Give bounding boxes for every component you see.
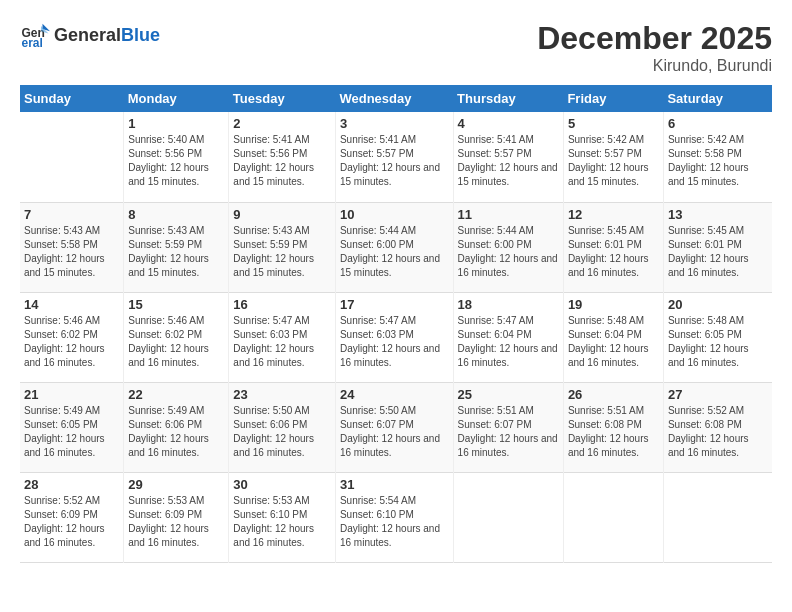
day-sun-info: Sunrise: 5:45 AMSunset: 6:01 PMDaylight:… [568,224,659,280]
svg-text:eral: eral [22,36,43,50]
week-row-5: 28Sunrise: 5:52 AMSunset: 6:09 PMDayligh… [20,472,772,562]
day-sun-info: Sunrise: 5:48 AMSunset: 6:05 PMDaylight:… [668,314,768,370]
weekday-header-row: SundayMondayTuesdayWednesdayThursdayFrid… [20,85,772,112]
day-sun-info: Sunrise: 5:48 AMSunset: 6:04 PMDaylight:… [568,314,659,370]
day-sun-info: Sunrise: 5:47 AMSunset: 6:03 PMDaylight:… [340,314,449,370]
calendar-cell: 13Sunrise: 5:45 AMSunset: 6:01 PMDayligh… [663,202,772,292]
calendar-cell: 18Sunrise: 5:47 AMSunset: 6:04 PMDayligh… [453,292,563,382]
day-number: 31 [340,477,449,492]
day-sun-info: Sunrise: 5:49 AMSunset: 6:05 PMDaylight:… [24,404,119,460]
calendar-cell: 20Sunrise: 5:48 AMSunset: 6:05 PMDayligh… [663,292,772,382]
day-number: 5 [568,116,659,131]
weekday-header-tuesday: Tuesday [229,85,336,112]
weekday-header-thursday: Thursday [453,85,563,112]
day-number: 11 [458,207,559,222]
calendar-cell: 3Sunrise: 5:41 AMSunset: 5:57 PMDaylight… [335,112,453,202]
day-sun-info: Sunrise: 5:45 AMSunset: 6:01 PMDaylight:… [668,224,768,280]
calendar-cell [663,472,772,562]
day-number: 13 [668,207,768,222]
logo: Gen eral General Blue [20,20,160,50]
day-sun-info: Sunrise: 5:43 AMSunset: 5:59 PMDaylight:… [128,224,224,280]
calendar-cell: 23Sunrise: 5:50 AMSunset: 6:06 PMDayligh… [229,382,336,472]
calendar-cell: 31Sunrise: 5:54 AMSunset: 6:10 PMDayligh… [335,472,453,562]
day-number: 18 [458,297,559,312]
day-number: 17 [340,297,449,312]
day-number: 28 [24,477,119,492]
day-sun-info: Sunrise: 5:44 AMSunset: 6:00 PMDaylight:… [458,224,559,280]
day-sun-info: Sunrise: 5:52 AMSunset: 6:08 PMDaylight:… [668,404,768,460]
day-number: 9 [233,207,331,222]
calendar-cell: 22Sunrise: 5:49 AMSunset: 6:06 PMDayligh… [124,382,229,472]
calendar-cell: 9Sunrise: 5:43 AMSunset: 5:59 PMDaylight… [229,202,336,292]
day-number: 8 [128,207,224,222]
calendar-cell: 17Sunrise: 5:47 AMSunset: 6:03 PMDayligh… [335,292,453,382]
day-number: 20 [668,297,768,312]
week-row-4: 21Sunrise: 5:49 AMSunset: 6:05 PMDayligh… [20,382,772,472]
calendar-cell: 6Sunrise: 5:42 AMSunset: 5:58 PMDaylight… [663,112,772,202]
weekday-header-wednesday: Wednesday [335,85,453,112]
day-sun-info: Sunrise: 5:46 AMSunset: 6:02 PMDaylight:… [24,314,119,370]
calendar-table: SundayMondayTuesdayWednesdayThursdayFrid… [20,85,772,563]
calendar-cell: 2Sunrise: 5:41 AMSunset: 5:56 PMDaylight… [229,112,336,202]
day-number: 16 [233,297,331,312]
day-number: 22 [128,387,224,402]
day-number: 3 [340,116,449,131]
day-sun-info: Sunrise: 5:44 AMSunset: 6:00 PMDaylight:… [340,224,449,280]
day-number: 30 [233,477,331,492]
weekday-header-friday: Friday [563,85,663,112]
logo-general-text: General [54,25,121,46]
calendar-cell: 25Sunrise: 5:51 AMSunset: 6:07 PMDayligh… [453,382,563,472]
day-sun-info: Sunrise: 5:43 AMSunset: 5:58 PMDaylight:… [24,224,119,280]
calendar-cell: 10Sunrise: 5:44 AMSunset: 6:00 PMDayligh… [335,202,453,292]
calendar-cell: 28Sunrise: 5:52 AMSunset: 6:09 PMDayligh… [20,472,124,562]
day-sun-info: Sunrise: 5:42 AMSunset: 5:57 PMDaylight:… [568,133,659,189]
calendar-cell: 30Sunrise: 5:53 AMSunset: 6:10 PMDayligh… [229,472,336,562]
day-number: 6 [668,116,768,131]
day-number: 29 [128,477,224,492]
day-number: 23 [233,387,331,402]
calendar-cell: 14Sunrise: 5:46 AMSunset: 6:02 PMDayligh… [20,292,124,382]
day-number: 14 [24,297,119,312]
calendar-cell: 1Sunrise: 5:40 AMSunset: 5:56 PMDaylight… [124,112,229,202]
day-sun-info: Sunrise: 5:51 AMSunset: 6:07 PMDaylight:… [458,404,559,460]
day-number: 24 [340,387,449,402]
calendar-cell: 24Sunrise: 5:50 AMSunset: 6:07 PMDayligh… [335,382,453,472]
day-number: 25 [458,387,559,402]
calendar-cell [20,112,124,202]
day-sun-info: Sunrise: 5:43 AMSunset: 5:59 PMDaylight:… [233,224,331,280]
day-sun-info: Sunrise: 5:53 AMSunset: 6:09 PMDaylight:… [128,494,224,550]
weekday-header-sunday: Sunday [20,85,124,112]
day-number: 1 [128,116,224,131]
day-sun-info: Sunrise: 5:41 AMSunset: 5:56 PMDaylight:… [233,133,331,189]
day-sun-info: Sunrise: 5:52 AMSunset: 6:09 PMDaylight:… [24,494,119,550]
day-sun-info: Sunrise: 5:42 AMSunset: 5:58 PMDaylight:… [668,133,768,189]
weekday-header-monday: Monday [124,85,229,112]
calendar-cell: 19Sunrise: 5:48 AMSunset: 6:04 PMDayligh… [563,292,663,382]
calendar-cell: 16Sunrise: 5:47 AMSunset: 6:03 PMDayligh… [229,292,336,382]
day-number: 4 [458,116,559,131]
day-sun-info: Sunrise: 5:41 AMSunset: 5:57 PMDaylight:… [340,133,449,189]
calendar-cell: 11Sunrise: 5:44 AMSunset: 6:00 PMDayligh… [453,202,563,292]
calendar-cell: 15Sunrise: 5:46 AMSunset: 6:02 PMDayligh… [124,292,229,382]
calendar-cell: 8Sunrise: 5:43 AMSunset: 5:59 PMDaylight… [124,202,229,292]
calendar-cell [563,472,663,562]
day-number: 21 [24,387,119,402]
day-sun-info: Sunrise: 5:50 AMSunset: 6:06 PMDaylight:… [233,404,331,460]
day-sun-info: Sunrise: 5:53 AMSunset: 6:10 PMDaylight:… [233,494,331,550]
calendar-cell: 7Sunrise: 5:43 AMSunset: 5:58 PMDaylight… [20,202,124,292]
calendar-cell: 4Sunrise: 5:41 AMSunset: 5:57 PMDaylight… [453,112,563,202]
weekday-header-saturday: Saturday [663,85,772,112]
week-row-3: 14Sunrise: 5:46 AMSunset: 6:02 PMDayligh… [20,292,772,382]
day-number: 10 [340,207,449,222]
month-year-title: December 2025 [537,20,772,57]
title-area: December 2025 Kirundo, Burundi [537,20,772,75]
calendar-cell: 29Sunrise: 5:53 AMSunset: 6:09 PMDayligh… [124,472,229,562]
logo-blue-text: Blue [121,25,160,46]
day-sun-info: Sunrise: 5:54 AMSunset: 6:10 PMDaylight:… [340,494,449,550]
day-sun-info: Sunrise: 5:41 AMSunset: 5:57 PMDaylight:… [458,133,559,189]
calendar-cell: 26Sunrise: 5:51 AMSunset: 6:08 PMDayligh… [563,382,663,472]
week-row-2: 7Sunrise: 5:43 AMSunset: 5:58 PMDaylight… [20,202,772,292]
day-number: 2 [233,116,331,131]
day-number: 12 [568,207,659,222]
day-sun-info: Sunrise: 5:51 AMSunset: 6:08 PMDaylight:… [568,404,659,460]
